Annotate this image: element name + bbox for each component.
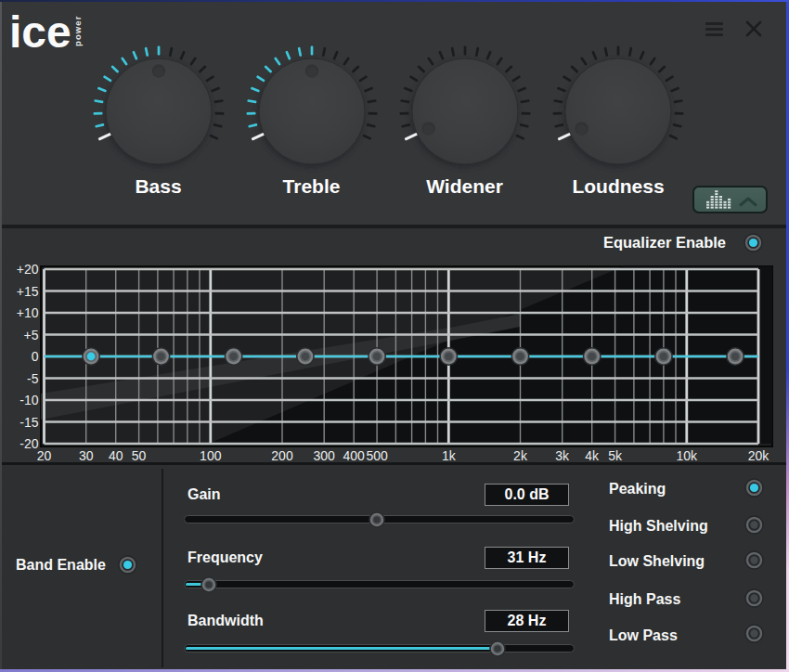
- svg-text:-10: -10: [19, 393, 38, 407]
- svg-text:500: 500: [366, 448, 388, 463]
- svg-text:50: 50: [132, 448, 147, 463]
- svg-text:-5: -5: [27, 371, 39, 386]
- svg-text:20k: 20k: [748, 448, 770, 463]
- svg-text:+20: +20: [17, 262, 39, 277]
- svg-text:0: 0: [32, 349, 39, 364]
- svg-text:400: 400: [343, 448, 366, 463]
- svg-text:10k: 10k: [677, 448, 699, 463]
- svg-text:100: 100: [200, 448, 222, 463]
- svg-text:300: 300: [314, 448, 336, 463]
- svg-text:2k: 2k: [513, 448, 528, 463]
- svg-text:40: 40: [109, 448, 123, 463]
- svg-text:30: 30: [79, 448, 94, 463]
- svg-text:5k: 5k: [608, 448, 623, 463]
- svg-text:200: 200: [271, 448, 293, 463]
- svg-text:3k: 3k: [555, 448, 570, 463]
- svg-text:+5: +5: [24, 328, 39, 342]
- svg-text:1k: 1k: [442, 448, 457, 463]
- svg-text:-20: -20: [19, 436, 38, 451]
- svg-text:20: 20: [37, 448, 52, 463]
- svg-text:-15: -15: [19, 415, 38, 430]
- svg-text:+10: +10: [17, 305, 39, 320]
- svg-text:4k: 4k: [585, 448, 600, 463]
- svg-text:+15: +15: [17, 284, 39, 299]
